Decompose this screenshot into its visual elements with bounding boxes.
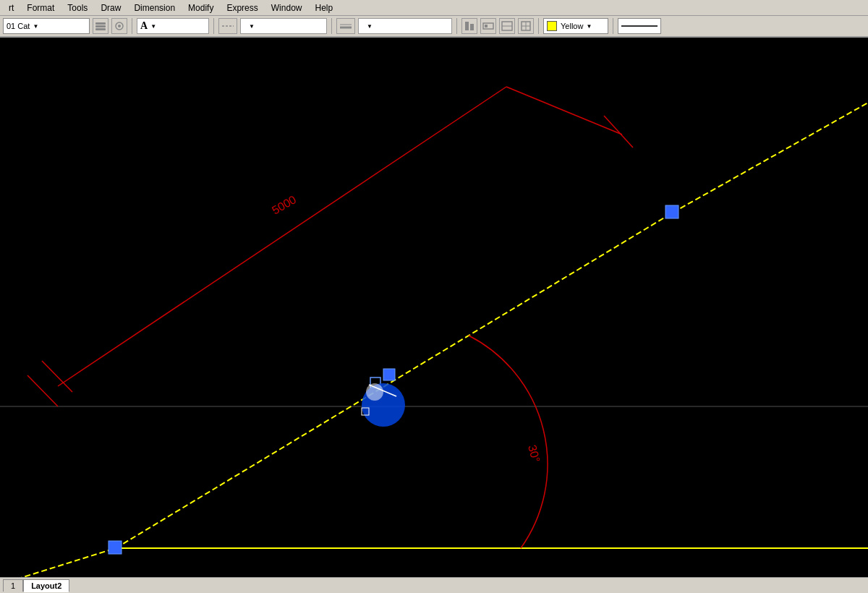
svg-rect-0	[95, 22, 106, 25]
linestyle-preview	[618, 18, 661, 34]
color-dropdown[interactable]: Yellow ▼	[543, 18, 608, 34]
menubar: rt Format Tools Draw Dimension Modify Ex…	[0, 0, 868, 16]
linetype-arrow-icon: ▼	[249, 23, 255, 30]
plot-btn3[interactable]	[499, 18, 515, 34]
menu-format[interactable]: Format	[21, 1, 60, 14]
red-arc	[469, 336, 548, 548]
tab-layout2[interactable]: Layout2	[23, 579, 69, 592]
yellow-line-right	[673, 103, 868, 213]
plot-icon2	[482, 20, 494, 32]
statusbar: 1 Layout2	[0, 577, 868, 593]
red-diagonal-upper	[58, 87, 506, 386]
color-label: Yellow	[561, 22, 583, 30]
handle-center[interactable]	[383, 369, 395, 380]
sep6	[613, 18, 613, 34]
sep2	[213, 18, 214, 34]
svg-rect-8	[465, 22, 469, 30]
red-diagonal-upper2	[506, 87, 622, 135]
lineweight-button[interactable]	[336, 18, 355, 34]
svg-rect-1	[95, 25, 106, 27]
lineweight-dropdown[interactable]: ▼	[358, 18, 452, 34]
linestyle-icon	[621, 22, 658, 30]
layer-props-button[interactable]	[93, 18, 109, 34]
layer-arrow-icon: ▼	[33, 23, 38, 30]
linetype-dropdown[interactable]: ▼	[240, 18, 327, 34]
menu-window[interactable]: Window	[265, 1, 308, 14]
lineweight-icon	[339, 20, 353, 32]
handle-bottom-left[interactable]	[109, 541, 122, 554]
layer-state-icon	[114, 20, 125, 32]
menu-help[interactable]: Help	[309, 1, 339, 14]
svg-point-4	[118, 25, 121, 27]
svg-rect-9	[470, 24, 474, 30]
tab-1[interactable]: 1	[3, 579, 23, 592]
menu-express[interactable]: Express	[221, 1, 263, 14]
dimension-label: 5000	[270, 193, 298, 217]
plot-icon1	[464, 20, 475, 32]
menu-dimension[interactable]: Dimension	[128, 1, 181, 14]
style-value: A	[140, 20, 148, 32]
color-arrow-icon: ▼	[586, 23, 592, 30]
sep3	[331, 18, 332, 34]
layers-icon	[95, 20, 106, 32]
toolbar: 01 Cat ▼ A ▼ ▼	[0, 16, 868, 38]
menu-draw[interactable]: Draw	[95, 1, 127, 14]
svg-rect-2	[95, 28, 106, 30]
sep5	[538, 18, 539, 34]
sep1	[132, 18, 132, 34]
plot-icon3	[501, 20, 513, 32]
layer-dropdown[interactable]: 01 Cat ▼	[3, 18, 90, 34]
style-arrow-icon: ▼	[150, 23, 156, 30]
color-swatch	[547, 21, 557, 31]
plot-icon4	[520, 20, 532, 32]
svg-rect-11	[485, 25, 488, 27]
canvas-area[interactable]: 5000 30°	[0, 38, 868, 577]
style-dropdown[interactable]: A ▼	[137, 18, 209, 34]
lineweight-value	[362, 22, 364, 30]
plot-btn2[interactable]	[480, 18, 496, 34]
linetype-icon	[221, 20, 235, 32]
lineweight-arrow-icon: ▼	[367, 23, 373, 30]
red-tick-left-v	[27, 375, 58, 406]
menu-modify[interactable]: Modify	[182, 1, 219, 14]
angle-label: 30°	[526, 443, 542, 464]
red-tick-right	[604, 116, 633, 148]
main-svg: 5000 30°	[0, 38, 868, 577]
red-tick-left-h	[42, 361, 72, 392]
handle-top-right[interactable]	[665, 205, 678, 218]
cursor-highlight	[366, 383, 383, 401]
sep4	[456, 18, 457, 34]
plot-btn4[interactable]	[518, 18, 534, 34]
menu-rt[interactable]: rt	[3, 1, 20, 14]
layer-value: 01 Cat	[7, 22, 30, 30]
linetype-value	[244, 22, 246, 30]
layer-state-button[interactable]	[111, 18, 127, 34]
plot-btn1[interactable]	[461, 18, 477, 34]
menu-tools[interactable]: Tools	[61, 1, 93, 14]
linetype-button[interactable]	[218, 18, 237, 34]
yellow-line-extension	[0, 548, 116, 577]
